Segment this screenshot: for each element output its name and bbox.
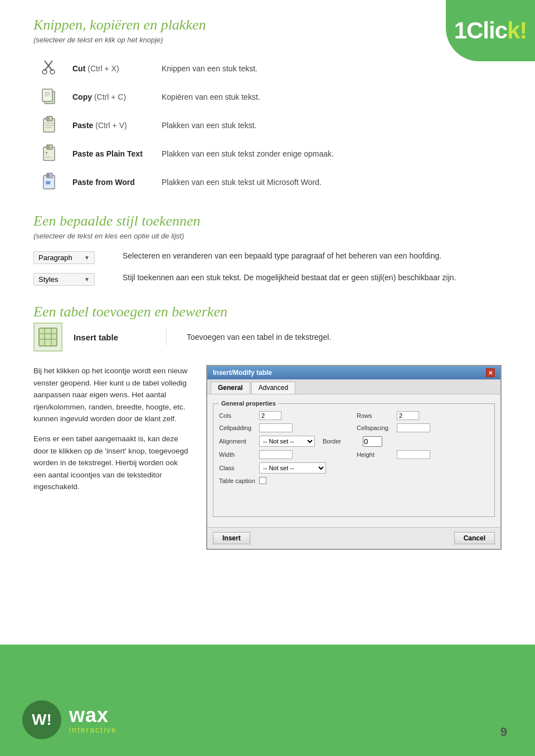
dialog-text-p1: Bij het klikken op het icoontje wordt ee… [33, 365, 189, 425]
wax-circle-logo: W! [22, 700, 61, 739]
wh-grid: Width Height [219, 450, 489, 459]
styles-label: Styles [38, 275, 58, 284]
styles-dropdown[interactable]: Styles ▼ [33, 273, 95, 286]
svg-rect-24 [39, 328, 57, 346]
alignment-select[interactable]: -- Not set -- [259, 436, 315, 447]
cut-desc: Knippen van een stuk tekst. [156, 54, 502, 82]
cols-field: Cols [219, 411, 351, 420]
svg-rect-22 [46, 174, 50, 177]
dialog-titlebar: Insert/Modify table ✕ [207, 366, 500, 379]
wax-circle-text: W! [32, 711, 52, 729]
wax-logo-area: W! wax interactive [22, 700, 117, 739]
page-number: 9 [500, 725, 507, 739]
wave-svg [0, 645, 535, 661]
paragraph-widget-col: Paragraph ▼ [33, 250, 111, 264]
style-row-paragraph: Paragraph ▼ Selecteren en veranderen van… [33, 250, 502, 264]
copy-icon-cell [33, 82, 67, 111]
paragraph-desc: Selecteren en veranderen van een bepaald… [123, 250, 502, 262]
insert-button[interactable]: Insert [213, 532, 250, 544]
svg-text:W: W [46, 180, 51, 186]
svg-rect-11 [46, 118, 49, 120]
cellspacing-input[interactable] [397, 423, 430, 432]
logo-exclaim: k! [507, 17, 527, 43]
section3-heading: Een tabel toevoegen en bewerken [33, 304, 502, 320]
paste-plain-icon: T [40, 143, 60, 163]
height-field: Height [357, 450, 489, 459]
command-table: Cut (Ctrl + X) Knippen van een stuk teks… [33, 54, 502, 196]
section2-subheading: (selecteer de tekst en kies een optie ui… [33, 232, 502, 240]
wax-sub-text: interactive [69, 725, 117, 734]
logo-text: 1Click! [454, 17, 527, 44]
table-row: W Paste from Word Plakken van een stuk t… [33, 168, 502, 196]
paragraph-arrow: ▼ [84, 255, 90, 261]
cancel-button[interactable]: Cancel [454, 532, 495, 544]
caption-checkbox[interactable] [259, 477, 266, 484]
cols-label: Cols [219, 412, 257, 419]
dialog-text-p2: Eens er een tabel aangemaakt is, kan dez… [33, 433, 189, 493]
insert-table-desc: Toevoegen van een tabel in de tekstregel… [187, 333, 331, 342]
divider [166, 329, 167, 345]
insert-table-row: Insert table Toevoegen van een tabel in … [33, 323, 502, 352]
rows-field: Rows [357, 411, 489, 420]
styles-widget-col: Styles ▼ [33, 272, 111, 286]
cols-input[interactable] [259, 411, 281, 420]
paste-plain-desc: Plakken van een stuk tekst zonder enige … [156, 139, 502, 168]
caption-row: Table caption [219, 477, 489, 484]
copy-icon [40, 86, 60, 106]
paste-plain-label: Paste as Plain Text [67, 139, 156, 168]
table-row: Cut (Ctrl + X) Knippen van een stuk teks… [33, 54, 502, 82]
width-input[interactable] [259, 450, 293, 459]
height-label: Height [357, 451, 395, 458]
svg-rect-17 [46, 146, 50, 148]
height-input[interactable] [397, 450, 430, 459]
rows-label: Rows [357, 412, 395, 419]
tab-advanced[interactable]: Advanced [251, 382, 295, 394]
class-label: Class [219, 465, 257, 471]
styles-desc: Stijl toekennen aan een stuk tekst. De m… [123, 272, 502, 284]
svg-rect-5 [42, 89, 52, 101]
bottom-bar: W! wax interactive [0, 645, 535, 756]
svg-text:T: T [45, 151, 48, 156]
border-input[interactable] [363, 436, 382, 447]
copy-label: Copy (Ctrl + C) [67, 82, 156, 111]
class-select[interactable]: -- Not set -- [259, 462, 326, 474]
cut-label: Cut (Ctrl + X) [67, 54, 156, 82]
width-field: Width [219, 450, 351, 459]
border-label: Border [323, 438, 361, 445]
dialog-fields-grid: Cols Rows Cellpadding [219, 411, 489, 432]
dialog-fieldset: General properties Cols Rows [213, 400, 495, 517]
paragraph-dropdown[interactable]: Paragraph ▼ [33, 251, 95, 264]
alignment-label: Alignment [219, 438, 257, 445]
insert-table-icon [33, 323, 62, 352]
dialog-section: Bij het klikken op het icoontje wordt ee… [33, 365, 502, 550]
cellpadding-field: Cellpadding [219, 423, 351, 432]
logo-area: 1Click! [446, 0, 535, 61]
paste-desc: Plakken van een stuk tekst. [156, 111, 502, 139]
copy-desc: Kopiëren van een stuk tekst. [156, 82, 502, 111]
table-row: Paste (Ctrl + V) Plakken van een stuk te… [33, 111, 502, 139]
section1-heading: Knippen, kopiëren en plakken [33, 17, 502, 33]
rows-input[interactable] [397, 411, 419, 420]
paste-plain-icon-cell: T [33, 139, 67, 168]
paste-word-icon: W [40, 171, 60, 191]
paste-word-icon-cell: W [33, 168, 67, 196]
cut-icon-cell [33, 54, 67, 82]
caption-label: Table caption [219, 477, 257, 484]
dialog-text: Bij het klikken op het icoontje wordt ee… [33, 365, 189, 501]
dialog-close-button[interactable]: ✕ [486, 368, 495, 377]
wax-text-area: wax interactive [69, 705, 117, 734]
dialog-window: Insert/Modify table ✕ General Advanced G… [206, 365, 502, 550]
styles-arrow: ▼ [84, 276, 90, 282]
paste-word-label: Paste from Word [67, 168, 156, 196]
dialog-title: Insert/Modify table [213, 369, 272, 377]
paragraph-label: Paragraph [38, 253, 72, 262]
wax-brand-text: wax [69, 705, 117, 725]
paste-word-desc: Plakken van een stuk tekst uit Microsoft… [156, 168, 502, 196]
insert-table-label: Insert table [74, 333, 146, 342]
paste-label: Paste (Ctrl + V) [67, 111, 156, 139]
width-label: Width [219, 451, 257, 458]
table-icon-svg [38, 327, 58, 347]
tab-general[interactable]: General [211, 382, 250, 394]
section1-subheading: (selecteer de tekst en klik op het knopj… [33, 36, 502, 44]
cellpadding-input[interactable] [259, 423, 293, 432]
